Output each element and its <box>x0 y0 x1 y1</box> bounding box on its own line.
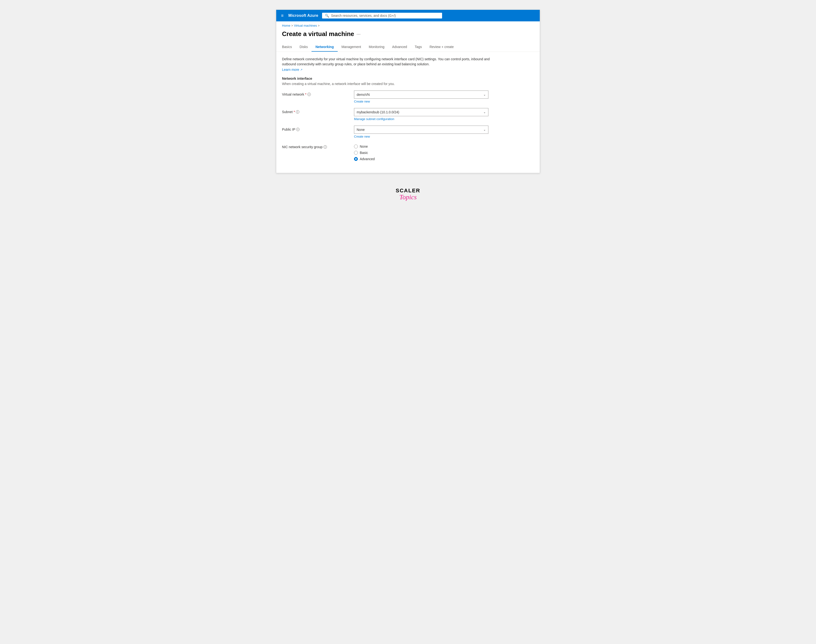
main-content: Define network connectivity for your vir… <box>276 52 540 173</box>
public-ip-create-new[interactable]: Create new <box>354 135 370 138</box>
tab-networking[interactable]: Networking <box>312 43 337 52</box>
tab-advanced[interactable]: Advanced <box>388 43 411 52</box>
nic-security-advanced-option[interactable]: Advanced <box>354 157 488 161</box>
tab-tags[interactable]: Tags <box>411 43 426 52</box>
nic-security-none-option[interactable]: None <box>354 144 488 149</box>
public-ip-control: None ⌄ Create new <box>354 126 488 138</box>
nic-security-group-label: NIC network security group i <box>282 143 349 149</box>
public-ip-value: None <box>357 128 481 132</box>
search-icon: 🔍 <box>325 14 329 17</box>
network-interface-section-title: Network interface <box>282 77 534 80</box>
footer-logo: SCALER Topics <box>396 187 420 201</box>
breadcrumb: Home > Virtual machines > <box>276 21 540 28</box>
network-interface-subtitle: When creating a virtual machine, a netwo… <box>282 82 534 86</box>
required-star: * <box>305 92 306 96</box>
search-bar[interactable]: 🔍 Search resources, services, and docs (… <box>322 13 442 18</box>
nic-security-basic-option[interactable]: Basic <box>354 151 488 155</box>
nic-security-advanced-label: Advanced <box>360 157 375 161</box>
breadcrumb-virtual-machines[interactable]: Virtual machines <box>294 24 317 28</box>
subnet-select[interactable]: mybackendsub (10.1.0.0/24) ⌄ <box>354 108 488 116</box>
public-ip-label: Public IP i <box>282 126 349 131</box>
virtual-network-create-new[interactable]: Create new <box>354 100 370 103</box>
virtual-network-control: demoVN ⌄ Create new <box>354 90 488 103</box>
subnet-control: mybackendsub (10.1.0.0/24) ⌄ Manage subn… <box>354 108 488 121</box>
nic-security-none-label: None <box>360 144 368 149</box>
page-title: Create a virtual machine <box>282 30 354 38</box>
nic-security-group-row: NIC network security group i None Basic <box>282 143 534 161</box>
tab-review-create[interactable]: Review + create <box>426 43 458 52</box>
tab-disks[interactable]: Disks <box>295 43 312 52</box>
subnet-chevron-icon: ⌄ <box>483 110 486 114</box>
networking-description: Define network connectivity for your vir… <box>282 57 491 67</box>
subnet-value: mybackendsub (10.1.0.0/24) <box>357 110 481 114</box>
public-ip-chevron-icon: ⌄ <box>483 128 486 131</box>
breadcrumb-sep-2: > <box>318 24 320 28</box>
more-options-icon[interactable]: ··· <box>357 31 361 37</box>
scaler-text: SCALER <box>396 187 420 194</box>
page-header: Create a virtual machine ··· <box>276 28 540 43</box>
nic-security-advanced-radio[interactable] <box>354 157 358 161</box>
topbar: ≡ Microsoft Azure 🔍 Search resources, se… <box>276 10 540 21</box>
subnet-label: Subnet * i <box>282 108 349 114</box>
virtual-network-row: Virtual network * i demoVN ⌄ Create new <box>282 90 534 103</box>
breadcrumb-home[interactable]: Home <box>282 24 290 28</box>
azure-logo: Microsoft Azure <box>288 14 318 18</box>
external-link-icon: ↗ <box>300 68 302 71</box>
chevron-down-icon: ⌄ <box>483 93 486 96</box>
public-ip-select[interactable]: None ⌄ <box>354 126 488 134</box>
topics-text: Topics <box>396 194 420 201</box>
virtual-network-select[interactable]: demoVN ⌄ <box>354 90 488 99</box>
subnet-row: Subnet * i mybackendsub (10.1.0.0/24) ⌄ … <box>282 108 534 121</box>
azure-window: ≡ Microsoft Azure 🔍 Search resources, se… <box>276 9 540 173</box>
tab-bar: Basics Disks Networking Management Monit… <box>276 43 540 52</box>
nic-security-info-icon[interactable]: i <box>323 145 327 149</box>
public-ip-row: Public IP i None ⌄ Create new <box>282 126 534 138</box>
tab-basics[interactable]: Basics <box>282 43 295 52</box>
nic-security-basic-radio[interactable] <box>354 151 358 155</box>
nic-security-radio-group: None Basic Advanced <box>354 143 488 161</box>
tab-monitoring[interactable]: Monitoring <box>365 43 388 52</box>
virtual-network-label: Virtual network * i <box>282 90 349 96</box>
nic-security-none-radio[interactable] <box>354 144 358 149</box>
subnet-info-icon[interactable]: i <box>296 110 299 113</box>
nic-security-group-control: None Basic Advanced <box>354 143 488 161</box>
hamburger-menu-icon[interactable]: ≡ <box>280 12 285 19</box>
search-placeholder-text: Search resources, services, and docs (G+… <box>331 14 396 17</box>
virtual-network-value: demoVN <box>357 93 481 97</box>
subnet-required-star: * <box>294 110 295 114</box>
virtual-network-info-icon[interactable]: i <box>308 93 311 96</box>
breadcrumb-sep-1: > <box>291 24 293 28</box>
nic-security-basic-label: Basic <box>360 151 368 155</box>
public-ip-info-icon[interactable]: i <box>296 128 300 131</box>
learn-more-link[interactable]: Learn more ↗ <box>282 68 302 72</box>
manage-subnet-link[interactable]: Manage subnet configuration <box>354 117 394 121</box>
tab-management[interactable]: Management <box>338 43 365 52</box>
